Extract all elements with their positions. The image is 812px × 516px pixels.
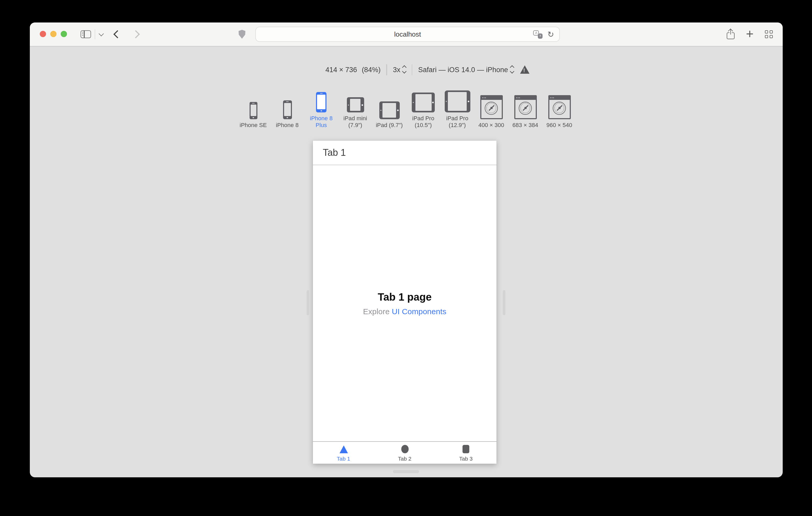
app-tab-tab-3[interactable]: Tab 3 bbox=[435, 442, 496, 464]
reload-icon[interactable]: ↻ bbox=[548, 30, 554, 38]
app-header-title: Tab 1 bbox=[323, 147, 346, 158]
subtitle-text: Explore bbox=[363, 307, 392, 315]
resize-handle-bottom[interactable] bbox=[393, 470, 419, 473]
app-tab-label: Tab 2 bbox=[398, 455, 411, 462]
browser-toolbar: localhost A x ↻ + bbox=[30, 23, 783, 47]
device-preset-label: iPad Pro (10.5") bbox=[408, 115, 439, 129]
privacy-shield-icon[interactable] bbox=[239, 30, 245, 39]
device-preset-iphone-8-plus[interactable]: iPhone 8 Plus bbox=[306, 85, 337, 129]
device-preset-label: iPad (9.7") bbox=[376, 122, 403, 129]
device-icon-box bbox=[379, 92, 400, 119]
device-preset-683-384[interactable]: 683 × 384 bbox=[510, 92, 541, 129]
app-header: Tab 1 bbox=[313, 141, 496, 165]
app-tab-tab-2[interactable]: Tab 2 bbox=[374, 442, 435, 464]
device-icon-box bbox=[283, 92, 292, 119]
forward-button bbox=[132, 30, 140, 38]
app-content: Tab 1 page Explore UI Components bbox=[313, 165, 496, 441]
device-icon-box bbox=[347, 85, 364, 113]
device-icon-box bbox=[412, 85, 435, 113]
address-bar-icons: A x ↻ bbox=[533, 27, 554, 41]
rdm-divider bbox=[386, 64, 387, 75]
device-preset-label: iPhone SE bbox=[240, 122, 267, 129]
resize-handle-left[interactable] bbox=[307, 290, 309, 315]
device-preset-ipad-pro-10-5[interactable]: iPad Pro (10.5") bbox=[408, 85, 439, 129]
device-preset-ipad-mini-7-9[interactable]: iPad mini (7.9") bbox=[340, 85, 371, 129]
device-icon-box bbox=[316, 85, 326, 113]
pixel-ratio-select[interactable]: 3x bbox=[393, 66, 401, 73]
app-tab-bar: Tab 1Tab 2Tab 3 bbox=[313, 441, 496, 464]
translate-icon[interactable]: A x bbox=[533, 30, 543, 38]
device-preset-label: iPhone 8 Plus bbox=[306, 115, 337, 129]
stepper-icon[interactable] bbox=[403, 66, 406, 73]
sidebar-toggle-icon[interactable] bbox=[81, 30, 91, 38]
close-window-button[interactable] bbox=[40, 31, 46, 37]
viewport-size-label: 414 × 736 bbox=[325, 66, 357, 73]
device-preset-iphone-8[interactable]: iPhone 8 bbox=[271, 92, 303, 129]
warning-icon[interactable] bbox=[520, 65, 529, 74]
translate-bubble-x: x bbox=[538, 33, 543, 38]
device-icon-box bbox=[444, 85, 470, 113]
ipad-landscape-icon bbox=[379, 101, 400, 119]
device-preset-iphone-se[interactable]: iPhone SE bbox=[237, 92, 269, 129]
device-preset-label: 683 × 384 bbox=[513, 122, 539, 129]
tab-overview-icon[interactable] bbox=[765, 30, 773, 38]
address-bar[interactable]: localhost A x ↻ bbox=[255, 27, 560, 42]
device-preset-label: iPad Pro (12.9") bbox=[442, 115, 473, 129]
app-tab-label: Tab 3 bbox=[459, 455, 472, 462]
device-strip: iPhone SEiPhone 8iPhone 8 PlusiPad mini … bbox=[30, 85, 783, 129]
rdm-divider bbox=[411, 64, 412, 75]
triangle-icon bbox=[339, 445, 348, 453]
browser-window-icon bbox=[548, 95, 571, 119]
page-subtitle: Explore UI Components bbox=[363, 307, 446, 315]
toolbar-divider bbox=[95, 29, 95, 39]
ipad-landscape-icon bbox=[444, 90, 470, 113]
app-tab-label: Tab 1 bbox=[337, 455, 350, 461]
minimize-window-button[interactable] bbox=[50, 31, 57, 37]
zoom-percent-label: (84%) bbox=[362, 66, 381, 73]
address-bar-url[interactable]: localhost bbox=[394, 30, 421, 38]
iphone-portrait-icon bbox=[283, 100, 292, 119]
zoom-window-button[interactable] bbox=[61, 31, 67, 37]
device-preset-960-540[interactable]: 960 × 540 bbox=[544, 92, 575, 129]
page-title: Tab 1 page bbox=[378, 291, 432, 303]
ipad-landscape-icon bbox=[412, 93, 435, 113]
safari-window: localhost A x ↻ + 414 × 736 ( bbox=[30, 23, 783, 477]
stepper-icon[interactable] bbox=[511, 66, 514, 73]
share-icon[interactable] bbox=[727, 29, 734, 39]
device-icon-box bbox=[480, 92, 502, 119]
iphone-portrait-icon bbox=[316, 92, 326, 113]
device-icon-box bbox=[514, 92, 536, 119]
device-preset-label: iPad mini (7.9") bbox=[340, 115, 371, 129]
chevron-down-icon[interactable] bbox=[98, 31, 104, 36]
square-icon bbox=[463, 445, 470, 453]
rdm-toolbar: 414 × 736 (84%) 3x Safari — iOS 14.0 — i… bbox=[325, 64, 529, 75]
user-agent-select[interactable]: Safari — iOS 14.0 — iPhone bbox=[418, 66, 508, 73]
device-icon-box bbox=[249, 92, 257, 119]
app-tab-tab-1[interactable]: Tab 1 bbox=[313, 442, 374, 464]
circle-icon bbox=[401, 445, 408, 453]
iphone-portrait-icon bbox=[249, 102, 257, 119]
device-preset-ipad-9-7[interactable]: iPad (9.7") bbox=[374, 92, 405, 129]
new-tab-button[interactable]: + bbox=[744, 27, 756, 42]
device-preset-label: iPhone 8 bbox=[276, 122, 299, 129]
resize-handle-right[interactable] bbox=[503, 290, 505, 315]
phone-viewport: Tab 1 Tab 1 page Explore UI Components T… bbox=[313, 141, 496, 464]
browser-window-icon bbox=[514, 95, 536, 119]
back-button[interactable] bbox=[113, 30, 121, 38]
screen: localhost A x ↻ + 414 × 736 ( bbox=[0, 0, 812, 516]
device-preset-400-300[interactable]: 400 × 300 bbox=[475, 92, 507, 129]
ui-components-link[interactable]: UI Components bbox=[392, 307, 446, 315]
device-preset-label: 400 × 300 bbox=[478, 122, 504, 129]
device-icon-box bbox=[548, 92, 571, 119]
device-preset-label: 960 × 540 bbox=[547, 122, 572, 129]
ipad-landscape-icon bbox=[347, 97, 364, 113]
browser-window-icon bbox=[480, 95, 502, 119]
device-preset-ipad-pro-12-9[interactable]: iPad Pro (12.9") bbox=[442, 85, 473, 129]
